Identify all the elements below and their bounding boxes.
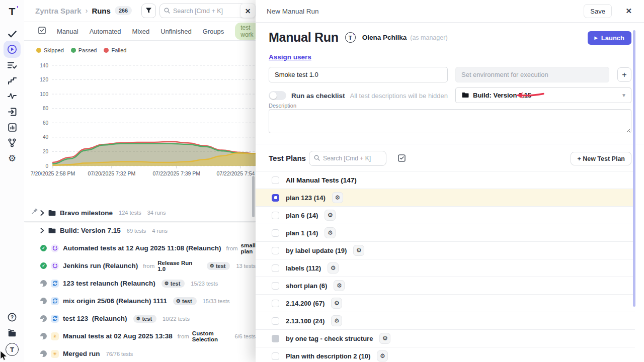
test-plan-checkbox[interactable] <box>272 194 279 202</box>
owner-name[interactable]: Olena Pchilka <box>362 34 407 41</box>
milestone-row[interactable]: Bravo milestone124 tests34 runs <box>24 204 256 222</box>
test-plan-row[interactable]: plan 1 (14)⚙ <box>256 224 635 242</box>
save-button[interactable]: Save <box>584 4 612 18</box>
test-plan-row[interactable]: by one tag - check structure⚙ <box>256 330 635 347</box>
test-plan-row[interactable]: labels (112)⚙ <box>256 259 635 277</box>
plans-list-check-icon[interactable] <box>0 60 24 69</box>
tag-badge[interactable]: ⚙test <box>173 297 197 305</box>
test-plan-checkbox[interactable] <box>272 176 279 184</box>
description-textarea[interactable] <box>269 109 631 133</box>
run-title[interactable]: test 123 (Relaunch) <box>63 315 127 322</box>
tag-badge[interactable]: ⚙test <box>162 280 185 288</box>
test-plan-settings-button[interactable]: ⚙ <box>325 210 336 221</box>
tab-unfinished[interactable]: Unfinished <box>160 28 191 35</box>
play-icon: ▶ <box>595 36 598 40</box>
run-title[interactable]: Automated tests at 12 Aug 2025 11:08 (Re… <box>63 244 221 252</box>
branch-icon[interactable] <box>0 138 24 148</box>
settings-gear-icon[interactable]: ⚙ <box>0 153 24 163</box>
test-plan-checkbox[interactable] <box>272 300 279 307</box>
launch-button[interactable]: ▶ Launch <box>588 31 631 45</box>
app-logo[interactable]: T' <box>0 5 24 18</box>
run-title[interactable]: Jenkins run (Relaunch) <box>63 262 138 269</box>
chevron-right-icon[interactable] <box>40 228 44 233</box>
milestone-row[interactable]: Build: Version 7.1569 tests4 runs <box>24 222 256 239</box>
run-title[interactable]: 123 test relaunch (Relaunch) <box>63 280 155 287</box>
search-input[interactable] <box>173 8 233 15</box>
breadcrumb-page[interactable]: Runs <box>92 7 111 15</box>
test-plan-row[interactable]: plan 6 (14)⚙ <box>256 207 635 224</box>
close-drawer-icon[interactable]: ✕ <box>625 7 632 16</box>
test-plan-checkbox[interactable] <box>272 247 279 254</box>
add-environment-button[interactable]: + <box>617 67 631 82</box>
tests-check-icon[interactable] <box>0 29 24 39</box>
test-plan-settings-button[interactable]: ⚙ <box>334 280 345 291</box>
run-name-input[interactable] <box>269 67 448 82</box>
tab-groups[interactable]: Groups <box>203 28 224 35</box>
run-title[interactable]: Manual tests at 02 Aug 2025 13:38 <box>63 332 173 340</box>
select-runs-icon[interactable] <box>38 27 46 36</box>
run-title[interactable]: Build: Version 7.15 <box>60 227 121 234</box>
tab-manual[interactable]: Manual <box>57 28 78 35</box>
reports-chart-icon[interactable] <box>0 122 24 132</box>
test-plan-checkbox[interactable] <box>272 352 279 360</box>
test-plan-row[interactable]: short plan (6)⚙ <box>256 277 635 295</box>
test-plan-settings-button[interactable]: ⚙ <box>379 333 390 344</box>
owner-avatar[interactable]: T' <box>345 32 356 43</box>
source-plan-name[interactable]: Release Run 1.0 <box>157 260 201 272</box>
run-row[interactable]: ✳Manual tests at 02 Aug 2025 13:38fromCu… <box>24 327 256 345</box>
test-plan-checkbox[interactable] <box>272 264 279 272</box>
tag-badge[interactable]: ⚙test <box>207 262 230 270</box>
test-plan-row[interactable]: 2.13.100 (24)⚙ <box>256 312 635 330</box>
test-plan-settings-button[interactable]: ⚙ <box>328 262 339 274</box>
run-title[interactable]: Merged run <box>63 350 100 357</box>
pulse-icon[interactable] <box>0 92 24 101</box>
test-plan-row[interactable]: 2.14.200 (67)⚙ <box>256 295 635 312</box>
source-plan-name[interactable]: small plan <box>241 242 256 254</box>
source-plan-name[interactable]: Custom Selection <box>192 330 229 342</box>
steps-icon[interactable] <box>0 76 24 85</box>
test-plan-settings-button[interactable]: ⚙ <box>325 227 336 238</box>
test-plan-row[interactable]: plan 123 (14)⚙ <box>256 189 635 207</box>
run-row[interactable]: ✓Automated tests at 12 Aug 2025 11:08 (R… <box>24 239 256 257</box>
test-plan-checkbox[interactable] <box>272 212 279 219</box>
new-test-plan-button[interactable]: + New Test Plan <box>571 152 631 165</box>
test-plans-search-input[interactable] <box>323 155 378 162</box>
test-plan-checkbox[interactable] <box>272 282 279 290</box>
select-plans-icon[interactable] <box>398 154 406 164</box>
test-plan-settings-button[interactable]: ⚙ <box>353 245 364 256</box>
run-row[interactable]: test 123 (Relaunch)⚙test10/22 tests <box>24 310 256 327</box>
tab-mixed[interactable]: Mixed <box>132 28 150 35</box>
test-plan-settings-button[interactable]: ⚙ <box>332 192 343 203</box>
run-title[interactable]: mix origin 25/06 (Relaunch) 1111 <box>63 297 167 305</box>
environment-input[interactable] <box>455 67 609 82</box>
close-search-button[interactable]: ✕ <box>240 4 256 18</box>
test-plan-settings-button[interactable]: ⚙ <box>377 350 388 361</box>
drawer-scrollbar[interactable] <box>633 30 635 307</box>
run-as-checklist-toggle[interactable] <box>269 91 286 100</box>
import-icon[interactable] <box>0 107 24 117</box>
runs-play-icon[interactable] <box>4 41 21 58</box>
test-plan-row[interactable]: by label update (19)⚙ <box>256 242 635 259</box>
run-row[interactable]: mix origin 25/06 (Relaunch) 1111⚙test15/… <box>24 292 256 310</box>
run-row[interactable]: 123 test relaunch (Relaunch)⚙test15/23 t… <box>24 275 256 292</box>
test-plan-checkbox[interactable] <box>272 317 279 325</box>
breadcrumb-project[interactable]: Zyntra Spark <box>35 7 82 15</box>
assign-users-link[interactable]: Assign users <box>269 53 311 61</box>
status-progress-icon <box>40 280 47 287</box>
test-plan-settings-button[interactable]: ⚙ <box>331 298 342 309</box>
test-plan-row[interactable]: Plan with description 2 (10)⚙ <box>256 347 635 362</box>
chevron-right-icon[interactable] <box>40 210 44 216</box>
test-plan-settings-button[interactable]: ⚙ <box>331 315 342 326</box>
projects-folder-icon[interactable] <box>0 328 24 338</box>
tab-automated[interactable]: Automated <box>90 28 121 35</box>
filter-button[interactable] <box>141 4 156 18</box>
run-title[interactable]: Bravo milestone <box>60 209 113 217</box>
run-row[interactable]: ✳Merged run76/76 tests <box>24 345 256 362</box>
test-plans-search[interactable] <box>309 151 386 166</box>
help-icon[interactable]: ? <box>0 312 24 322</box>
run-row[interactable]: ✓Jenkins run (Relaunch)fromRelease Run 1… <box>24 257 256 275</box>
test-plan-row[interactable]: All Manual Tests (147) <box>256 171 635 189</box>
tag-badge[interactable]: ⚙test <box>133 315 157 323</box>
test-plan-checkbox[interactable] <box>272 335 279 342</box>
test-plan-checkbox[interactable] <box>272 229 279 237</box>
